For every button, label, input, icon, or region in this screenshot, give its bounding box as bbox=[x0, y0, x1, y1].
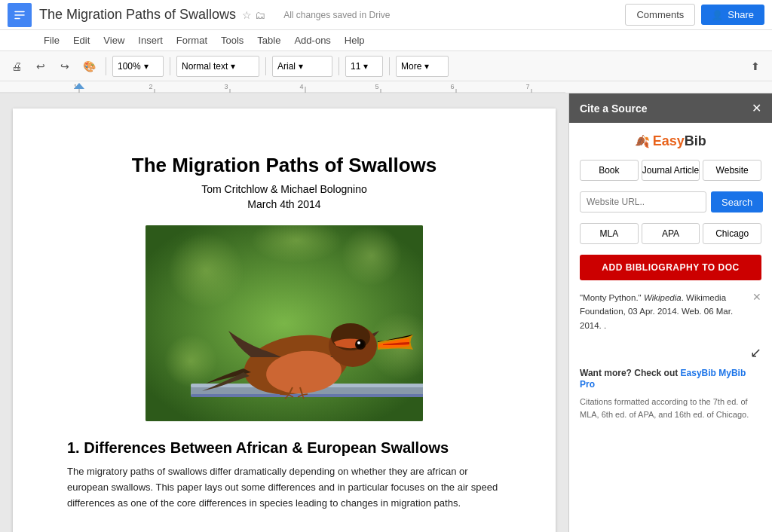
svg-line-40 bbox=[302, 394, 308, 395]
menu-item-help[interactable]: Help bbox=[339, 33, 371, 47]
document-title: The Migration Paths of Swallows bbox=[67, 154, 501, 177]
svg-text:3: 3 bbox=[224, 83, 228, 90]
source-tab-website[interactable]: Website bbox=[703, 160, 761, 181]
citations-note: Citations formatted according to the 7th… bbox=[580, 396, 761, 420]
menu-item-table[interactable]: Table bbox=[251, 33, 286, 47]
redo-button[interactable]: ↪ bbox=[54, 56, 75, 77]
svg-text:6: 6 bbox=[450, 83, 454, 90]
more-options[interactable]: More ▾ bbox=[396, 56, 449, 77]
font-chevron: ▾ bbox=[299, 61, 303, 72]
font-size-select[interactable]: 11 ▾ bbox=[345, 56, 383, 77]
svg-text:5: 5 bbox=[375, 83, 378, 90]
citation-style-tab-chicago[interactable]: Chicago bbox=[703, 223, 761, 244]
panel-title: Cite a Source bbox=[580, 102, 647, 115]
url-row: Search bbox=[580, 191, 761, 212]
svg-rect-1 bbox=[14, 14, 25, 16]
app-icon bbox=[8, 3, 32, 27]
menu-item-tools[interactable]: Tools bbox=[215, 33, 250, 47]
paint-format-button[interactable]: 🎨 bbox=[78, 56, 100, 77]
svg-text:4: 4 bbox=[299, 83, 303, 90]
cite-source-panel: Cite a Source ✕ 🍂 EasyBib BookJournal Ar… bbox=[568, 93, 772, 532]
print-button[interactable]: 🖨 bbox=[6, 56, 27, 77]
menu-item-edit[interactable]: Edit bbox=[67, 33, 96, 47]
document-author: Tom Critchlow & Michael Bolognino bbox=[67, 183, 501, 195]
menu-item-file[interactable]: File bbox=[38, 33, 66, 47]
panel-header: Cite a Source ✕ bbox=[569, 93, 772, 123]
collapse-toolbar-button[interactable]: ⬆ bbox=[745, 56, 766, 77]
toolbar-divider-2 bbox=[170, 57, 170, 75]
search-button[interactable]: Search bbox=[711, 191, 763, 212]
panel-close-button[interactable]: ✕ bbox=[752, 101, 761, 115]
source-tab-book[interactable]: Book bbox=[580, 160, 639, 181]
undo-button[interactable]: ↩ bbox=[30, 56, 51, 77]
font-select[interactable]: Arial ▾ bbox=[272, 56, 332, 77]
autosave-status: All changes saved in Drive bbox=[283, 10, 390, 20]
document-date: March 4th 2014 bbox=[67, 198, 501, 210]
menu-item-insert[interactable]: Insert bbox=[132, 33, 169, 47]
svg-rect-2 bbox=[14, 17, 20, 19]
zoom-chevron: ▾ bbox=[144, 61, 149, 72]
svg-point-20 bbox=[168, 233, 244, 308]
share-icon: 👤 bbox=[712, 10, 723, 20]
toolbar-divider-4 bbox=[339, 57, 339, 75]
comments-button[interactable]: Comments bbox=[625, 4, 695, 26]
citation-remove-button[interactable]: ✕ bbox=[752, 291, 761, 303]
size-chevron: ▾ bbox=[363, 61, 368, 72]
svg-rect-0 bbox=[14, 11, 25, 12]
zoom-select[interactable]: 100% ▾ bbox=[112, 56, 164, 77]
document-page: The Migration Paths of Swallows Tom Crit… bbox=[13, 109, 556, 532]
text-style-select[interactable]: Normal text ▾ bbox=[176, 56, 259, 77]
svg-point-33 bbox=[357, 341, 364, 348]
bird-image bbox=[146, 225, 423, 421]
source-type-tabs: BookJournal ArticleWebsite bbox=[580, 160, 761, 181]
toolbar-divider-1 bbox=[106, 57, 106, 75]
style-chevron: ▾ bbox=[231, 61, 235, 72]
want-more-label: Want more? Check out EasyBib MyBib Pro bbox=[580, 368, 746, 390]
add-bibliography-button[interactable]: ADD BIBLIOGRAPHY TO DOC bbox=[580, 255, 761, 280]
easybib-logo: 🍂 EasyBib bbox=[580, 133, 761, 149]
folder-icon[interactable]: 🗂 bbox=[255, 9, 265, 21]
document-area: The Migration Paths of Swallows Tom Crit… bbox=[0, 93, 568, 532]
menu-item-addons[interactable]: Add-ons bbox=[288, 33, 336, 47]
svg-point-22 bbox=[164, 335, 217, 387]
source-tab-journal-article[interactable]: Journal Article bbox=[642, 160, 700, 181]
doc-title: The Migration Paths of Swallows bbox=[39, 7, 236, 23]
url-input[interactable] bbox=[580, 191, 706, 212]
star-icon[interactable]: ☆ bbox=[242, 9, 252, 21]
svg-text:2: 2 bbox=[149, 83, 152, 90]
citation-style-tabs: MLAAPAChicago bbox=[580, 223, 761, 244]
section-text: The migratory paths of swallows differ d… bbox=[67, 464, 501, 511]
want-more-section: Want more? Check out EasyBib MyBib Pro bbox=[580, 367, 761, 390]
toolbar-divider-5 bbox=[389, 57, 390, 75]
toolbar-divider-3 bbox=[265, 57, 266, 75]
citation-style-tab-apa[interactable]: APA bbox=[642, 223, 700, 244]
menu-item-view[interactable]: View bbox=[97, 33, 130, 47]
svg-text:7: 7 bbox=[525, 83, 529, 90]
menu-item-format[interactable]: Format bbox=[170, 33, 213, 47]
svg-point-21 bbox=[342, 225, 402, 286]
citation-entry: "Monty Python." Wikipedia. Wikimedia Fou… bbox=[580, 291, 761, 332]
svg-line-37 bbox=[280, 394, 289, 395]
section-heading: 1. Differences Between African & Europea… bbox=[67, 439, 501, 457]
citation-text: "Monty Python." Wikipedia. Wikimedia Fou… bbox=[580, 293, 733, 330]
svg-point-34 bbox=[357, 341, 360, 344]
share-button[interactable]: 👤 Share bbox=[701, 5, 764, 25]
ruler: 1 2 3 4 5 6 7 bbox=[0, 81, 772, 93]
citation-style-tab-mla[interactable]: MLA bbox=[580, 223, 639, 244]
